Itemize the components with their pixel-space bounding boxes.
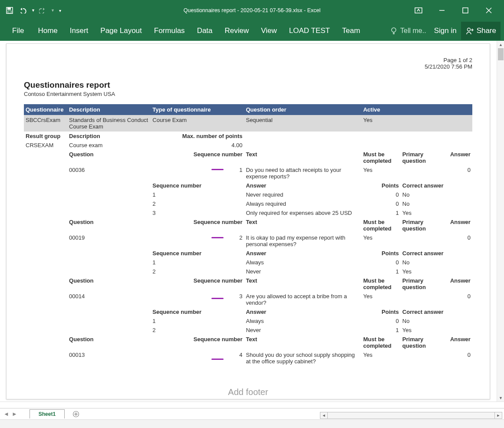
q-hdr-primary: Primary question: [401, 335, 448, 350]
scroll-up-icon[interactable]: ▲: [497, 41, 504, 48]
tab-view[interactable]: View: [255, 21, 283, 41]
new-sheet-button[interactable]: [72, 411, 79, 418]
answer-text: Never: [244, 267, 361, 276]
redo-dropdown-icon[interactable]: ▼: [51, 8, 55, 13]
question-must: Yes: [362, 233, 401, 249]
redo-button[interactable]: [37, 4, 49, 16]
answer-correct: Yes: [401, 326, 472, 335]
q-hdr-seq: Sequence number: [151, 150, 244, 165]
question-row: 00014 3 Are you allowed to accept a brib…: [24, 292, 472, 307]
answer-correct: No: [401, 190, 472, 199]
q-hdr-question: Question: [67, 335, 151, 350]
window-controls: [411, 0, 504, 21]
share-button[interactable]: Share: [461, 22, 501, 40]
rg-desc-hdr: Description: [67, 132, 151, 141]
sheet-nav-prev-icon[interactable]: ◄: [3, 411, 9, 417]
qat-customize-icon[interactable]: ▾: [56, 8, 64, 13]
question-seq: 3: [151, 292, 244, 307]
questionnaire-row: SBCCrsExam Standards of Business Conduct…: [24, 115, 472, 132]
minimize-button[interactable]: [435, 3, 449, 18]
answer-row: 1 Always 0 No: [24, 316, 472, 326]
question-must: Yes: [362, 165, 401, 181]
question-seq: 2: [151, 233, 244, 249]
save-button[interactable]: [3, 4, 16, 16]
tab-data[interactable]: Data: [191, 21, 219, 41]
statusbar: [0, 419, 504, 428]
question-must: Yes: [362, 292, 401, 307]
question-id: 00019: [67, 233, 151, 249]
maximize-button[interactable]: [458, 3, 473, 18]
print-page[interactable]: Page 1 of 2 5/21/2020 7:56 PM Questionna…: [6, 43, 490, 399]
questionnaire-id: SBCCrsExam: [24, 115, 67, 132]
question-header-row: Question Sequence number Text Must be co…: [24, 217, 472, 233]
sheet-tab-bar: ◄ ► Sheet1 ⋮ ◄ ►: [0, 408, 504, 419]
undo-button[interactable]: [17, 4, 30, 16]
question-must: Yes: [362, 350, 401, 366]
sign-in-button[interactable]: Sign in: [430, 22, 461, 40]
hdr-order: Question order: [244, 104, 361, 115]
tab-formulas[interactable]: Formulas: [148, 21, 191, 41]
scroll-right-icon[interactable]: ►: [494, 412, 502, 419]
titlebar: ▼ ▼ ▾ Questionnaires report - 2020-05-21…: [0, 0, 504, 21]
answer-points: 1: [362, 208, 401, 217]
answer-seq: 2: [151, 267, 244, 276]
question-seq: 4: [151, 350, 244, 366]
close-button[interactable]: [481, 3, 496, 18]
q-hdr-answer: Answer: [448, 217, 472, 233]
tab-insert[interactable]: Insert: [64, 21, 95, 41]
question-header-row: Question Sequence number Text Must be co…: [24, 150, 472, 165]
question-id: 00036: [67, 165, 151, 181]
q-hdr-primary: Primary question: [401, 276, 448, 292]
tab-page-layout[interactable]: Page Layout: [94, 21, 148, 41]
answers-header-row: Sequence number Answer Points Correct an…: [24, 249, 472, 258]
hscroll-track[interactable]: [327, 412, 495, 419]
q-hdr-text: Text: [244, 335, 361, 350]
answer-points: 0: [362, 199, 401, 208]
answer-text: Only required for expenses above 25 USD: [244, 208, 361, 217]
svg-rect-2: [8, 11, 11, 13]
questionnaire-active: Yes: [362, 115, 472, 132]
tab-home[interactable]: Home: [32, 21, 63, 41]
rg-hdr: Result group: [24, 132, 67, 141]
tab-load-test[interactable]: LOAD TEST: [283, 21, 336, 41]
ribbon-display-options-button[interactable]: [411, 3, 426, 18]
ribbon: File Home Insert Page Layout Formulas Da…: [0, 21, 504, 41]
sheet-nav-next-icon[interactable]: ►: [12, 411, 17, 417]
q-hdr-primary: Primary question: [401, 217, 448, 233]
q-hdr-seq: Sequence number: [151, 335, 244, 350]
question-answer-count: 0: [448, 165, 472, 181]
horizontal-scrollbar[interactable]: ◄ ►: [320, 412, 502, 419]
tell-me-search[interactable]: Tell me..: [386, 27, 430, 35]
scroll-left-icon[interactable]: ◄: [320, 412, 328, 419]
sheet-tab-sheet1[interactable]: Sheet1: [30, 409, 65, 418]
scroll-thumb[interactable]: [498, 48, 504, 60]
questionnaire-desc: Standards of Business Conduct Course Exa…: [67, 115, 151, 132]
question-answer-count: 0: [448, 292, 472, 307]
question-header-row: Question Sequence number Text Must be co…: [24, 276, 472, 292]
scroll-down-icon[interactable]: ▼: [497, 394, 504, 402]
svg-rect-1: [7, 8, 11, 10]
answer-text: Never: [244, 326, 361, 335]
answer-correct: Yes: [401, 267, 472, 276]
page-content: Questionnaires report Contoso Entertainm…: [24, 56, 472, 366]
answer-seq: 1: [151, 316, 244, 326]
tab-file[interactable]: File: [4, 26, 32, 35]
rg-desc: Course exam: [67, 141, 151, 150]
answer-row: 1 Always 0 No: [24, 258, 472, 267]
report-title: Questionnaires report: [24, 80, 472, 90]
tab-review[interactable]: Review: [219, 21, 255, 41]
svg-point-11: [467, 28, 470, 31]
vertical-scrollbar[interactable]: ▲ ▼: [497, 41, 504, 402]
ans-hdr-answer: Answer: [244, 249, 361, 258]
tab-team[interactable]: Team: [336, 21, 366, 41]
undo-dropdown-icon[interactable]: ▼: [31, 8, 35, 13]
answer-points: 1: [362, 326, 401, 335]
report-table: Questionnaire Description Type of questi…: [24, 104, 472, 366]
rg-max-hdr: Max. number of points: [151, 132, 244, 141]
question-seq: 1: [151, 165, 244, 181]
answers-header-row: Sequence number Answer Points Correct an…: [24, 307, 472, 316]
q-hdr-seq: Sequence number: [151, 276, 244, 292]
q-hdr-answer: Answer: [448, 335, 472, 350]
lightbulb-icon: [390, 27, 398, 35]
add-footer-button[interactable]: Add footer: [228, 387, 268, 397]
